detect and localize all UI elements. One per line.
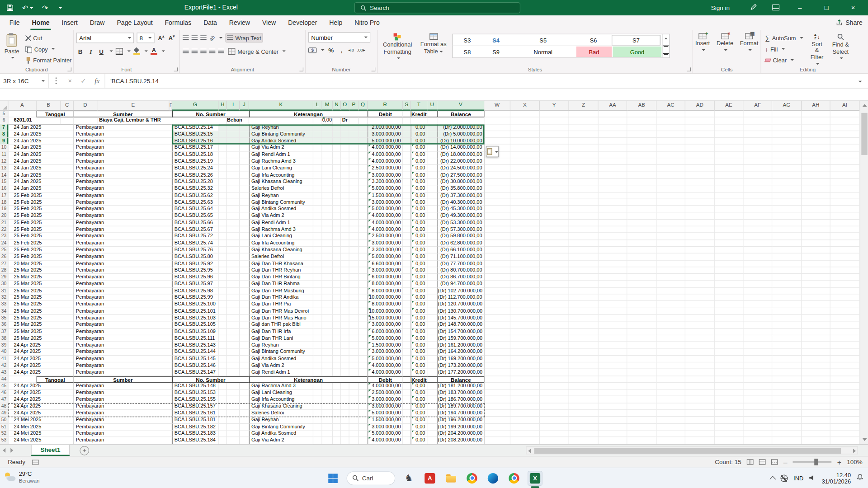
cell[interactable] <box>313 172 322 178</box>
cell[interactable] <box>341 362 349 369</box>
cell[interactable]: BCA.LSBU.25.24 <box>172 165 219 172</box>
cell[interactable] <box>359 281 368 287</box>
row-header-36[interactable]: 36 <box>0 322 8 328</box>
cell[interactable] <box>510 294 540 301</box>
cell[interactable] <box>685 124 715 131</box>
cell[interactable] <box>599 117 627 124</box>
cell[interactable] <box>599 233 627 240</box>
cell[interactable] <box>333 362 341 369</box>
cell[interactable]: 1.500.000,00 <box>368 342 403 349</box>
cell[interactable] <box>685 328 715 335</box>
cell[interactable] <box>484 260 510 267</box>
cell[interactable]: BCA.LSBU.25.62 <box>172 192 219 199</box>
cell[interactable] <box>333 431 341 437</box>
cell[interactable] <box>656 145 685 151</box>
cell[interactable] <box>510 369 540 376</box>
cell[interactable]: Gaji Dan THR Bintang <box>249 274 313 281</box>
row-header-42[interactable]: 42 <box>0 362 8 369</box>
cell[interactable] <box>510 226 540 233</box>
page-layout-view-button[interactable] <box>759 459 766 465</box>
cell[interactable]: (Dr) 40.300.000,00 <box>437 199 484 206</box>
cell[interactable] <box>359 213 368 220</box>
cell[interactable] <box>227 356 240 362</box>
cell[interactable] <box>333 260 341 267</box>
cell[interactable] <box>359 220 368 226</box>
cell[interactable]: BCA.LSBU.25.17 <box>172 145 219 151</box>
cell[interactable] <box>484 417 510 423</box>
cell[interactable] <box>219 220 227 226</box>
cell[interactable] <box>240 220 249 226</box>
cell[interactable] <box>540 389 569 396</box>
cell[interactable] <box>341 240 349 247</box>
cell[interactable] <box>313 294 322 301</box>
cell[interactable] <box>656 342 685 349</box>
cell[interactable] <box>333 403 341 410</box>
cell[interactable] <box>685 342 715 349</box>
cell[interactable] <box>772 158 802 165</box>
cell[interactable] <box>484 165 510 172</box>
cell[interactable] <box>569 172 599 178</box>
cell[interactable] <box>219 124 227 131</box>
cell[interactable] <box>830 301 860 308</box>
cell[interactable] <box>227 260 240 267</box>
row-header-24[interactable]: 24 <box>0 240 8 247</box>
cell[interactable] <box>772 356 802 362</box>
cell[interactable]: (Dr) 181.200.000,00 <box>437 383 484 389</box>
cell[interactable] <box>359 287 368 294</box>
cell[interactable] <box>349 247 359 253</box>
cell[interactable] <box>656 335 685 342</box>
cell[interactable] <box>427 424 437 431</box>
cell[interactable] <box>802 213 830 220</box>
cell[interactable] <box>427 396 437 403</box>
close-button[interactable]: × <box>843 0 864 15</box>
cell[interactable] <box>540 151 569 158</box>
zoom-out-button[interactable]: – <box>783 458 788 466</box>
cell[interactable]: Pembayaran <box>74 281 172 287</box>
cell[interactable]: (Dr) 189.700.000,00 <box>437 403 484 410</box>
cell[interactable] <box>802 117 830 124</box>
cell[interactable] <box>359 247 368 253</box>
cell[interactable] <box>227 178 240 185</box>
cell[interactable]: (Dr) 66.100.000,00 <box>437 247 484 253</box>
cell[interactable]: Pembayaran <box>74 138 172 145</box>
cell[interactable] <box>227 192 240 199</box>
cell[interactable] <box>240 253 249 260</box>
cell-style-s3[interactable]: S3 <box>453 34 482 46</box>
cell[interactable] <box>349 417 359 423</box>
cell[interactable] <box>313 403 322 410</box>
cell[interactable] <box>685 240 715 247</box>
cell[interactable] <box>427 172 437 178</box>
column-header-P[interactable]: P <box>349 101 359 111</box>
cell[interactable] <box>240 349 249 356</box>
cell[interactable] <box>656 287 685 294</box>
cell[interactable] <box>403 294 410 301</box>
cell[interactable] <box>240 131 249 138</box>
cell[interactable] <box>349 356 359 362</box>
cell[interactable] <box>313 322 322 328</box>
column-header-B[interactable]: B <box>37 101 61 111</box>
tray-chevron-icon[interactable] <box>770 476 776 482</box>
cell[interactable] <box>685 247 715 253</box>
cell[interactable] <box>240 424 249 431</box>
cell[interactable] <box>333 151 341 158</box>
row-header-53[interactable]: 53 <box>0 437 8 444</box>
cell[interactable] <box>656 389 685 396</box>
cell[interactable]: Gaji Lani Cleaning <box>249 389 313 396</box>
cell[interactable] <box>333 437 341 444</box>
cell[interactable] <box>227 410 240 417</box>
column-header-G[interactable]: G <box>172 101 219 111</box>
cell[interactable]: 24 Mei 2025 <box>8 417 73 423</box>
cell[interactable] <box>830 383 860 389</box>
cell[interactable]: 24 Jan 2025 <box>8 158 73 165</box>
minimize-button[interactable]: – <box>789 0 811 15</box>
cell[interactable]: Gaji Irfa Accounting <box>249 172 313 178</box>
cell[interactable] <box>830 124 860 131</box>
cell[interactable]: No. Sumber <box>172 376 249 383</box>
cell[interactable]: 25 Feb 2025 <box>8 226 73 233</box>
cell[interactable] <box>743 315 772 322</box>
cell[interactable] <box>403 226 410 233</box>
cell[interactable]: Gaji Khasana Cleaning <box>249 247 313 253</box>
align-right-icon[interactable] <box>200 49 206 54</box>
cell[interactable] <box>341 301 349 308</box>
autosum-button[interactable]: ∑AutoSum <box>764 33 804 42</box>
